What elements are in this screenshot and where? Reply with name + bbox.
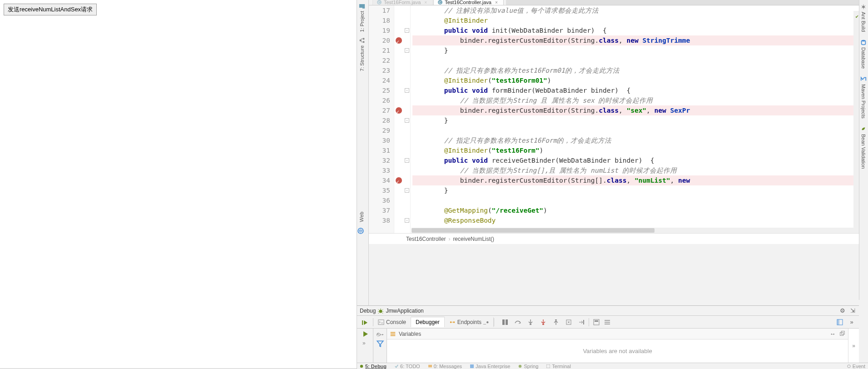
bottom-eventlog-label: Event	[853, 364, 865, 369]
force-step-into-icon[interactable]	[540, 319, 547, 326]
structure-icon	[359, 37, 365, 44]
editor-tab-row: C Test16Form.java × C Test16Controller.j…	[369, 0, 859, 5]
svg-rect-21	[594, 319, 599, 325]
debug-toolbar: Console Debugger Endpoints ⎯●	[357, 316, 859, 329]
separator	[589, 318, 589, 326]
tool-web-label: Web	[359, 212, 364, 222]
minimize-icon[interactable]: ⇲	[849, 307, 856, 314]
bottom-todo[interactable]: 6: TODO	[395, 364, 420, 369]
svg-rect-32	[428, 364, 432, 367]
debug-left-controls	[357, 318, 373, 326]
message-icon	[428, 364, 432, 368]
bottom-spring[interactable]: Spring	[518, 364, 538, 369]
gear-icon[interactable]: ⚙	[839, 307, 846, 314]
tool-project-label: 1: Project	[359, 11, 365, 32]
run-to-cursor-icon[interactable]	[578, 319, 585, 326]
thread-icon[interactable]: ⎋↦	[377, 330, 384, 338]
line-number-gutter: 1718192021222324252627282930313233343536…	[369, 5, 394, 233]
variables-more[interactable]: »	[848, 329, 859, 363]
console-icon	[378, 319, 384, 325]
step-into-icon[interactable]	[527, 319, 534, 326]
source-code[interactable]: // 注解没有添加value值，每个请求都会走此方法 @InitBinder p…	[411, 5, 859, 233]
layout-icon[interactable]	[836, 319, 843, 326]
svg-text:»: »	[362, 340, 366, 346]
fold-gutter[interactable]: -------	[404, 5, 411, 233]
tool-maven[interactable]: Maven Projects	[859, 72, 868, 122]
tab-endpoints[interactable]: Endpoints ⎯●	[445, 317, 494, 327]
bottom-terminal[interactable]: Terminal	[546, 364, 571, 369]
breadcrumb-class[interactable]: Test16Controller	[406, 236, 446, 242]
tool-ant[interactable]: Ant Build	[859, 0, 868, 35]
tool-structure-label: 7: Structure	[359, 45, 365, 71]
tool-structure[interactable]: 7: Structure	[357, 35, 367, 74]
code-editor[interactable]: 1718192021222324252627282930313233343536…	[369, 5, 859, 233]
bottom-toolbar: 5: Debug 6: TODO 0: Messages Java Enterp…	[357, 363, 868, 369]
breadcrumb[interactable]: Test16Controller › receiveNumList()	[369, 233, 859, 244]
scrollbar-thumb[interactable]	[412, 228, 655, 233]
bottom-eventlog[interactable]: Event	[847, 364, 865, 369]
svg-rect-0	[359, 4, 365, 8]
step-over-icon[interactable]	[514, 319, 521, 326]
tool-bean[interactable]: Bean Validation	[859, 122, 868, 172]
svg-rect-27	[391, 334, 396, 334]
pin-icon[interactable]: ⎯●	[483, 319, 489, 324]
evaluate-icon[interactable]	[593, 319, 600, 326]
editor-scrollbar[interactable]: ✔	[853, 11, 859, 233]
ide-pane: 1: Project 7: Structure Web 2: Favorites…	[357, 0, 868, 369]
more-icon[interactable]: »	[362, 339, 369, 347]
bottom-messages[interactable]: 0: Messages	[428, 364, 462, 369]
restore-icon[interactable]	[839, 330, 845, 337]
rerun-icon[interactable]	[362, 319, 369, 326]
svg-rect-16	[530, 324, 531, 325]
step-out-icon[interactable]	[552, 319, 560, 326]
show-exec-point-icon[interactable]	[501, 319, 509, 326]
horizontal-scrollbar[interactable]	[412, 228, 853, 233]
event-icon	[847, 364, 851, 368]
variables-icon	[390, 331, 396, 337]
bottom-todo-label: 6: TODO	[400, 364, 420, 369]
bottom-messages-label: 0: Messages	[434, 364, 462, 369]
debug-body: » ⎋↦ Variables ↔ Variables are not avail…	[357, 329, 859, 363]
settings-icon[interactable]	[604, 319, 611, 326]
svg-point-14	[450, 321, 452, 323]
drop-frame-icon[interactable]	[565, 319, 572, 326]
send-request-button[interactable]: 发送receiveNumListAndSex请求	[4, 4, 97, 15]
ide-left-toolstrip: 1: Project 7: Structure	[357, 0, 369, 245]
debug-step-controls	[501, 319, 585, 326]
bottom-debug[interactable]: 5: Debug	[360, 364, 387, 369]
endpoints-icon	[449, 319, 456, 325]
tool-bean-label: Bean Validation	[861, 134, 866, 169]
more-icon[interactable]: »	[848, 319, 855, 326]
tool-project[interactable]: 1: Project	[357, 0, 367, 35]
editor-tab-form[interactable]: C Test16Form.java ×	[372, 0, 433, 5]
tab-debugger[interactable]: Debugger	[411, 317, 445, 327]
bottom-javaee[interactable]: Java Enterprise	[470, 364, 510, 369]
tool-database-label: Database	[861, 47, 866, 69]
filter-icon[interactable]	[376, 339, 384, 348]
java-class-icon: C	[437, 0, 443, 5]
tool-web[interactable]: Web	[357, 209, 366, 224]
bottom-debug-label: 5: Debug	[365, 364, 387, 369]
tool-database[interactable]: Database	[859, 35, 868, 72]
debug-side-controls: »	[357, 329, 373, 363]
breakpoint-gutter[interactable]	[394, 5, 404, 233]
debug-tabs: Console Debugger Endpoints ⎯●	[373, 316, 494, 328]
expand-icon[interactable]: ↔	[829, 330, 836, 338]
svg-rect-26	[391, 332, 396, 333]
tab-console[interactable]: Console	[373, 317, 411, 327]
tool-ant-label: Ant Build	[861, 12, 866, 32]
svg-rect-17	[542, 324, 544, 325]
svg-rect-4	[360, 40, 362, 42]
breadcrumb-method[interactable]: receiveNumList()	[453, 236, 494, 242]
svg-rect-22	[595, 320, 598, 322]
close-icon[interactable]: ×	[424, 0, 427, 5]
endpoints-label: Endpoints	[457, 319, 481, 325]
variables-header: Variables ↔	[387, 329, 848, 339]
svg-rect-35	[546, 364, 550, 368]
resume-icon[interactable]	[362, 330, 369, 338]
close-icon[interactable]: ×	[495, 0, 498, 5]
ide-right-toolstrip: Ant Build Database Maven Projects Bean V…	[859, 0, 868, 300]
svg-rect-30	[841, 331, 844, 334]
web-icon	[357, 224, 369, 237]
editor-tab-controller[interactable]: C Test16Controller.java ×	[433, 0, 504, 5]
